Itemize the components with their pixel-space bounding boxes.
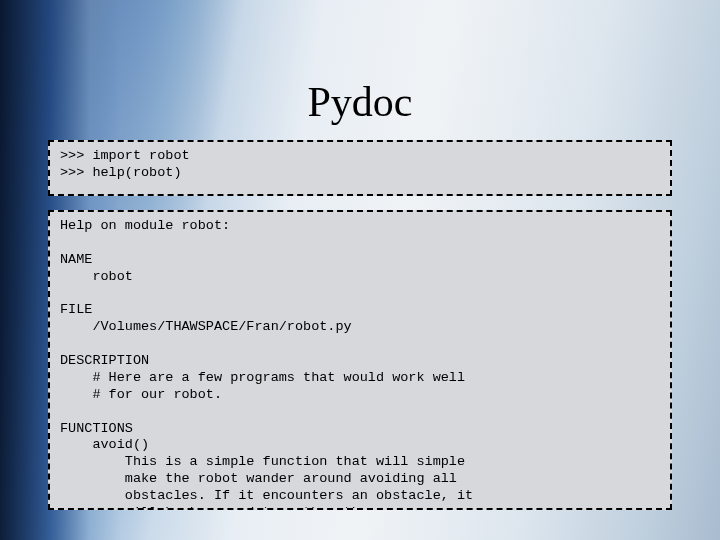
help-output-block: Help on module robot: NAME robot FILE /V… — [48, 210, 672, 510]
slide-title: Pydoc — [0, 78, 720, 126]
code-input-block: >>> import robot >>> help(robot) — [48, 140, 672, 196]
